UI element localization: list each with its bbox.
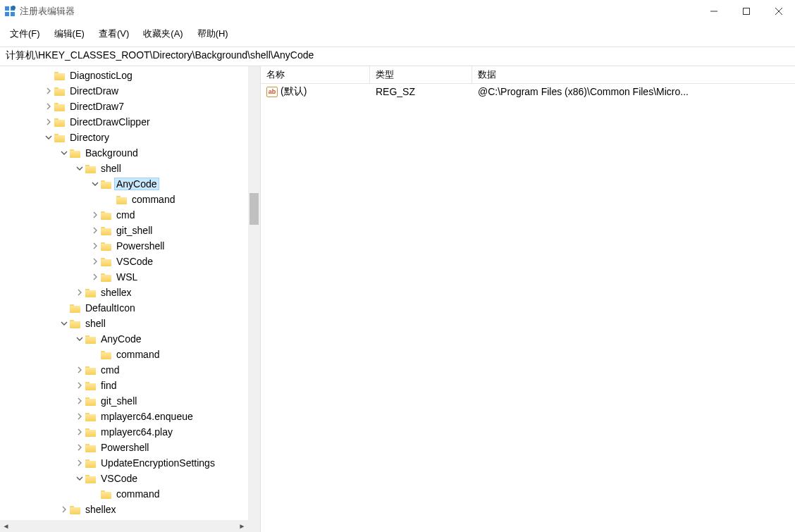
tree-item[interactable]: git_shell [0,223,248,238]
chevron-down-icon[interactable] [59,148,69,158]
tree-item[interactable]: DirectDraw [0,83,248,99]
folder-icon [85,458,97,468]
chevron-right-icon[interactable] [44,101,54,111]
folder-icon [85,381,97,390]
tree-item[interactable]: DefaultIcon [0,300,248,316]
chevron-right-icon[interactable] [75,458,85,468]
menu-help[interactable]: 帮助(H) [190,25,235,43]
tree-item[interactable]: DirectDraw7 [0,99,248,114]
chevron-down-icon[interactable] [75,334,85,344]
chevron-down-icon[interactable] [75,474,85,483]
tree-item[interactable]: command [0,192,248,207]
close-button[interactable] [763,0,795,23]
column-header-type[interactable]: 类型 [370,66,472,83]
chevron-right-icon[interactable] [90,225,100,235]
tree-item[interactable]: shell [0,316,248,331]
chevron-right-icon[interactable] [90,241,100,251]
svg-rect-2 [5,12,9,16]
tree-item-label: DirectDrawClipper [68,116,152,128]
chevron-right-icon[interactable] [75,365,85,375]
folder-icon [85,396,97,406]
tree-item[interactable]: Directory [0,130,248,145]
folder-icon [70,303,81,313]
list-item[interactable]: ab(默认)REG_SZ@C:\Program Files (x86)\Comm… [261,84,795,99]
tree-item-label: find [99,380,118,391]
tree-item-label: WSL [115,271,139,283]
tree-item-label: UpdateEncryptionSettings [99,457,216,469]
value-type: REG_SZ [370,86,472,97]
tree-item[interactable]: find [0,378,248,393]
menu-edit[interactable]: 编辑(E) [47,25,92,43]
registry-tree[interactable]: DiagnosticLogDirectDrawDirectDraw7Direct… [0,66,248,520]
maximize-button[interactable] [730,0,763,23]
chevron-right-icon[interactable] [75,287,85,297]
tree-item-label: command [115,349,161,360]
chevron-down-icon[interactable] [75,163,85,173]
column-header-name[interactable]: 名称 [261,66,370,83]
tree-item-label: cmd [115,209,136,221]
tree-item[interactable]: cmd [0,362,248,378]
app-icon [4,6,16,17]
tree-item[interactable]: cmd [0,207,248,223]
address-bar[interactable]: 计算机\HKEY_CLASSES_ROOT\Directory\Backgrou… [0,47,795,66]
chevron-right-icon[interactable] [59,505,69,514]
tree-item[interactable]: VSCode [0,471,248,486]
folder-icon [85,287,97,297]
scroll-left-icon[interactable]: ◄ [0,520,12,532]
tree-item[interactable]: shell [0,161,248,176]
chevron-right-icon[interactable] [75,396,85,406]
chevron-right-icon[interactable] [90,272,100,282]
tree-item[interactable]: VSCode [0,254,248,269]
menu-view[interactable]: 查看(V) [92,25,136,43]
tree-item[interactable]: Powershell [0,440,248,455]
chevron-right-icon[interactable] [75,381,85,390]
menubar: 文件(F) 编辑(E) 查看(V) 收藏夹(A) 帮助(H) [0,23,795,47]
chevron-right-icon[interactable] [75,443,85,452]
value-list-pane: 名称 类型 数据 ab(默认)REG_SZ@C:\Program Files (… [261,66,795,532]
value-data: @C:\Program Files (x86)\Common Files\Mic… [472,86,795,97]
tree-item[interactable]: mplayerc64.enqueue [0,409,248,424]
chevron-right-icon[interactable] [44,117,54,127]
chevron-right-icon[interactable] [44,86,54,96]
folder-icon [101,210,112,220]
chevron-down-icon[interactable] [90,179,100,189]
column-header-data[interactable]: 数据 [472,66,795,83]
chevron-right-icon[interactable] [75,427,85,437]
tree-item[interactable]: mplayerc64.play [0,424,248,440]
svg-rect-0 [5,6,9,11]
vertical-scrollbar[interactable] [248,66,260,520]
scrollbar-thumb[interactable] [249,193,259,225]
tree-item[interactable]: command [0,486,248,502]
folder-icon [85,443,97,452]
tree-item[interactable]: DirectDrawClipper [0,114,248,130]
tree-item[interactable]: shellex [0,285,248,300]
chevron-right-icon[interactable] [75,412,85,421]
scroll-right-icon[interactable]: ► [236,520,248,532]
minimize-button[interactable] [698,0,730,23]
tree-item-label: DirectDraw [68,85,120,97]
tree-item-label: shell [84,318,107,329]
tree-item[interactable]: git_shell [0,393,248,409]
tree-item[interactable]: AnyCode [0,331,248,347]
chevron-down-icon[interactable] [44,132,54,142]
chevron-right-icon[interactable] [90,256,100,266]
tree-item-label: Powershell [115,240,166,252]
horizontal-scrollbar[interactable]: ◄ ► [0,520,248,532]
chevron-down-icon[interactable] [59,318,69,328]
menu-favorites[interactable]: 收藏夹(A) [136,25,190,43]
tree-item[interactable]: AnyCode [0,176,248,192]
tree-item[interactable]: UpdateEncryptionSettings [0,455,248,471]
tree-item[interactable]: DiagnosticLog [0,68,248,83]
tree-item-label: cmd [99,364,121,376]
menu-file[interactable]: 文件(F) [3,25,47,43]
chevron-right-icon[interactable] [90,210,100,220]
value-name: (默认) [281,85,307,98]
tree-item[interactable]: shellex [0,502,248,517]
tree-item[interactable]: WSL [0,269,248,285]
tree-item[interactable]: Powershell [0,238,248,254]
value-list[interactable]: ab(默认)REG_SZ@C:\Program Files (x86)\Comm… [261,84,795,532]
folder-icon [70,505,81,514]
list-header: 名称 类型 数据 [261,66,795,84]
tree-item[interactable]: Background [0,145,248,161]
tree-item[interactable]: command [0,347,248,362]
